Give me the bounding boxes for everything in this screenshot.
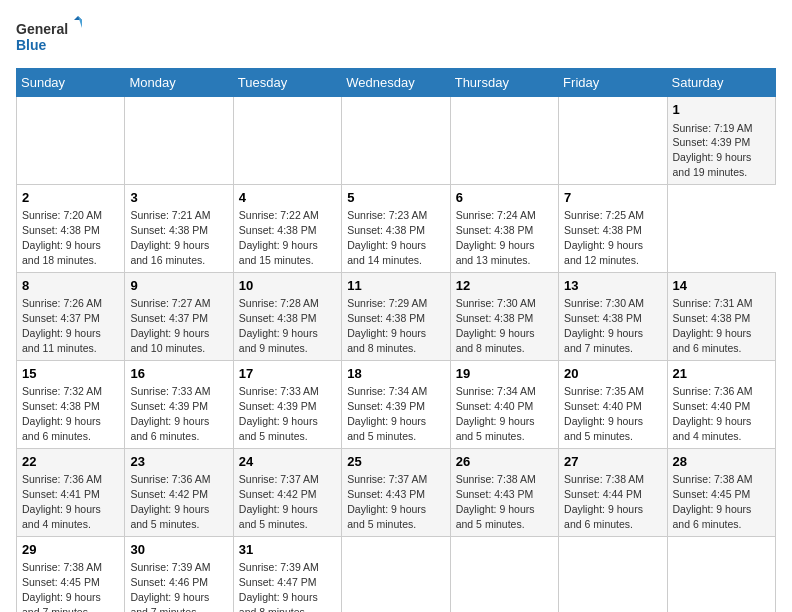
day-info: Sunrise: 7:27 AMSunset: 4:37 PMDaylight:… xyxy=(130,297,210,354)
svg-text:Blue: Blue xyxy=(16,37,47,53)
day-cell: 5Sunrise: 7:23 AMSunset: 4:38 PMDaylight… xyxy=(342,184,450,272)
day-number: 22 xyxy=(22,453,119,471)
day-info: Sunrise: 7:20 AMSunset: 4:38 PMDaylight:… xyxy=(22,209,102,266)
day-cell: 4Sunrise: 7:22 AMSunset: 4:38 PMDaylight… xyxy=(233,184,341,272)
day-header: Tuesday xyxy=(233,69,341,97)
day-number: 8 xyxy=(22,277,119,295)
day-number: 12 xyxy=(456,277,553,295)
day-info: Sunrise: 7:39 AMSunset: 4:46 PMDaylight:… xyxy=(130,561,210,612)
day-cell: 3Sunrise: 7:21 AMSunset: 4:38 PMDaylight… xyxy=(125,184,233,272)
day-cell: 16Sunrise: 7:33 AMSunset: 4:39 PMDayligh… xyxy=(125,360,233,448)
day-cell: 30Sunrise: 7:39 AMSunset: 4:46 PMDayligh… xyxy=(125,536,233,612)
day-header: Saturday xyxy=(667,69,775,97)
day-info: Sunrise: 7:33 AMSunset: 4:39 PMDaylight:… xyxy=(130,385,210,442)
day-info: Sunrise: 7:32 AMSunset: 4:38 PMDaylight:… xyxy=(22,385,102,442)
day-number: 20 xyxy=(564,365,661,383)
day-cell: 12Sunrise: 7:30 AMSunset: 4:38 PMDayligh… xyxy=(450,272,558,360)
day-info: Sunrise: 7:38 AMSunset: 4:45 PMDaylight:… xyxy=(22,561,102,612)
day-cell: 19Sunrise: 7:34 AMSunset: 4:40 PMDayligh… xyxy=(450,360,558,448)
day-cell: 2Sunrise: 7:20 AMSunset: 4:38 PMDaylight… xyxy=(17,184,125,272)
day-number: 21 xyxy=(673,365,770,383)
day-number: 9 xyxy=(130,277,227,295)
day-info: Sunrise: 7:38 AMSunset: 4:45 PMDaylight:… xyxy=(673,473,753,530)
day-info: Sunrise: 7:21 AMSunset: 4:38 PMDaylight:… xyxy=(130,209,210,266)
day-number: 11 xyxy=(347,277,444,295)
day-info: Sunrise: 7:22 AMSunset: 4:38 PMDaylight:… xyxy=(239,209,319,266)
day-number: 27 xyxy=(564,453,661,471)
day-info: Sunrise: 7:31 AMSunset: 4:38 PMDaylight:… xyxy=(673,297,753,354)
day-info: Sunrise: 7:38 AMSunset: 4:44 PMDaylight:… xyxy=(564,473,644,530)
day-info: Sunrise: 7:35 AMSunset: 4:40 PMDaylight:… xyxy=(564,385,644,442)
day-header: Sunday xyxy=(17,69,125,97)
day-number: 6 xyxy=(456,189,553,207)
empty-cell xyxy=(17,97,125,185)
day-cell: 18Sunrise: 7:34 AMSunset: 4:39 PMDayligh… xyxy=(342,360,450,448)
empty-cell xyxy=(125,97,233,185)
day-cell: 7Sunrise: 7:25 AMSunset: 4:38 PMDaylight… xyxy=(559,184,667,272)
day-cell: 23Sunrise: 7:36 AMSunset: 4:42 PMDayligh… xyxy=(125,448,233,536)
day-info: Sunrise: 7:29 AMSunset: 4:38 PMDaylight:… xyxy=(347,297,427,354)
empty-cell xyxy=(667,536,775,612)
empty-cell xyxy=(450,97,558,185)
day-info: Sunrise: 7:24 AMSunset: 4:38 PMDaylight:… xyxy=(456,209,536,266)
day-cell: 6Sunrise: 7:24 AMSunset: 4:38 PMDaylight… xyxy=(450,184,558,272)
day-header: Monday xyxy=(125,69,233,97)
day-number: 16 xyxy=(130,365,227,383)
day-info: Sunrise: 7:34 AMSunset: 4:40 PMDaylight:… xyxy=(456,385,536,442)
day-info: Sunrise: 7:28 AMSunset: 4:38 PMDaylight:… xyxy=(239,297,319,354)
day-info: Sunrise: 7:36 AMSunset: 4:42 PMDaylight:… xyxy=(130,473,210,530)
day-cell: 24Sunrise: 7:37 AMSunset: 4:42 PMDayligh… xyxy=(233,448,341,536)
day-cell: 15Sunrise: 7:32 AMSunset: 4:38 PMDayligh… xyxy=(17,360,125,448)
day-info: Sunrise: 7:39 AMSunset: 4:47 PMDaylight:… xyxy=(239,561,319,612)
day-info: Sunrise: 7:23 AMSunset: 4:38 PMDaylight:… xyxy=(347,209,427,266)
day-number: 2 xyxy=(22,189,119,207)
day-header: Wednesday xyxy=(342,69,450,97)
day-cell: 1Sunrise: 7:19 AMSunset: 4:39 PMDaylight… xyxy=(667,97,775,185)
day-info: Sunrise: 7:30 AMSunset: 4:38 PMDaylight:… xyxy=(564,297,644,354)
day-cell: 28Sunrise: 7:38 AMSunset: 4:45 PMDayligh… xyxy=(667,448,775,536)
day-cell: 26Sunrise: 7:38 AMSunset: 4:43 PMDayligh… xyxy=(450,448,558,536)
logo-icon: General Blue xyxy=(16,16,86,60)
day-number: 28 xyxy=(673,453,770,471)
day-number: 4 xyxy=(239,189,336,207)
day-info: Sunrise: 7:34 AMSunset: 4:39 PMDaylight:… xyxy=(347,385,427,442)
day-number: 14 xyxy=(673,277,770,295)
day-cell: 13Sunrise: 7:30 AMSunset: 4:38 PMDayligh… xyxy=(559,272,667,360)
day-number: 31 xyxy=(239,541,336,559)
day-cell: 9Sunrise: 7:27 AMSunset: 4:37 PMDaylight… xyxy=(125,272,233,360)
day-number: 10 xyxy=(239,277,336,295)
day-info: Sunrise: 7:37 AMSunset: 4:42 PMDaylight:… xyxy=(239,473,319,530)
day-cell: 17Sunrise: 7:33 AMSunset: 4:39 PMDayligh… xyxy=(233,360,341,448)
logo: General Blue xyxy=(16,16,86,60)
empty-cell xyxy=(559,97,667,185)
calendar-table: SundayMondayTuesdayWednesdayThursdayFrid… xyxy=(16,68,776,612)
day-number: 18 xyxy=(347,365,444,383)
day-info: Sunrise: 7:19 AMSunset: 4:39 PMDaylight:… xyxy=(673,122,753,179)
svg-text:General: General xyxy=(16,21,68,37)
empty-cell xyxy=(450,536,558,612)
day-number: 19 xyxy=(456,365,553,383)
day-info: Sunrise: 7:38 AMSunset: 4:43 PMDaylight:… xyxy=(456,473,536,530)
empty-cell xyxy=(233,97,341,185)
day-number: 30 xyxy=(130,541,227,559)
empty-cell xyxy=(342,97,450,185)
day-header: Friday xyxy=(559,69,667,97)
day-info: Sunrise: 7:36 AMSunset: 4:41 PMDaylight:… xyxy=(22,473,102,530)
day-number: 3 xyxy=(130,189,227,207)
day-number: 25 xyxy=(347,453,444,471)
day-cell: 11Sunrise: 7:29 AMSunset: 4:38 PMDayligh… xyxy=(342,272,450,360)
day-number: 24 xyxy=(239,453,336,471)
day-cell: 25Sunrise: 7:37 AMSunset: 4:43 PMDayligh… xyxy=(342,448,450,536)
day-info: Sunrise: 7:36 AMSunset: 4:40 PMDaylight:… xyxy=(673,385,753,442)
day-cell: 14Sunrise: 7:31 AMSunset: 4:38 PMDayligh… xyxy=(667,272,775,360)
day-number: 15 xyxy=(22,365,119,383)
day-number: 29 xyxy=(22,541,119,559)
day-cell: 22Sunrise: 7:36 AMSunset: 4:41 PMDayligh… xyxy=(17,448,125,536)
day-cell: 27Sunrise: 7:38 AMSunset: 4:44 PMDayligh… xyxy=(559,448,667,536)
day-number: 1 xyxy=(673,101,770,119)
day-info: Sunrise: 7:25 AMSunset: 4:38 PMDaylight:… xyxy=(564,209,644,266)
day-info: Sunrise: 7:30 AMSunset: 4:38 PMDaylight:… xyxy=(456,297,536,354)
day-cell: 29Sunrise: 7:38 AMSunset: 4:45 PMDayligh… xyxy=(17,536,125,612)
day-number: 26 xyxy=(456,453,553,471)
empty-cell xyxy=(559,536,667,612)
